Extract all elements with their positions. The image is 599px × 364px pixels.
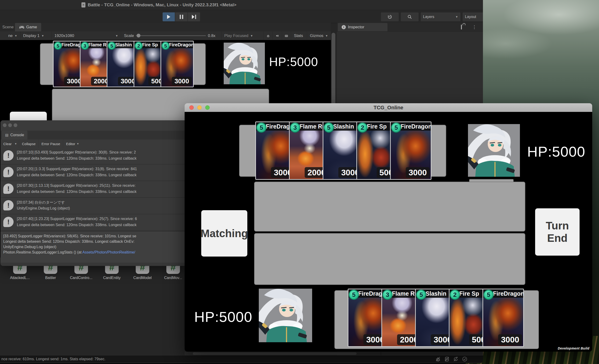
zoom-icon[interactable] [14,123,17,127]
tcg-title-bar[interactable]: TCG_Online [185,103,592,112]
card-firedragon[interactable]: FireDragon53000 [390,122,432,180]
card-cost-badge: 2 [357,122,368,133]
console-detail-pane[interactable]: [33.492] SupportLogger Rtt(variance): 58… [0,231,187,263]
detail-line: Photon.Realtime.SupportLogger:LogStats (… [3,249,184,255]
log-line-1: [20:07:20] [1:3.3] SupportLogger Rtt(var… [17,167,137,171]
status-message: nce receive: 610ms. Longest send: 1ms. S… [1,357,106,361]
clear-button[interactable]: Clear [0,140,13,148]
collapse-button[interactable]: Collapse [19,140,39,148]
opponent-avatar [468,124,520,177]
log-line-1: [20:07:30] [1:13.13] SupportLogger Rtt(v… [17,184,136,188]
unity-status-bar[interactable]: nce receive: 610ms. Longest send: 1ms. S… [0,355,483,363]
debugger-detached-button[interactable] [435,356,441,362]
console-title-bar[interactable] [0,120,187,131]
console-tab-label: Console [10,133,24,137]
search-icon [407,15,412,19]
turn-end-button[interactable]: Turn End [535,208,580,256]
tab-scene[interactable]: Scene [0,23,16,31]
play-button[interactable] [162,12,175,22]
console-log-list: ![20:07:10] [53.493] SupportLogger Rtt(v… [0,148,187,231]
resolution-dropdown[interactable]: 1920x1080▼ [52,31,121,40]
step-button[interactable] [188,12,200,22]
scrollbar-divider [381,352,381,355]
tab-game[interactable]: Game [15,23,41,31]
game-view-tab-bar: Scene Game [0,23,331,32]
kebab-icon: ⋮ [472,25,477,29]
vsync-grid-button[interactable] [282,31,291,40]
frame-debugger-button[interactable] [264,31,273,40]
tab-inspector[interactable]: i Inspector [338,23,388,31]
gizmos-dropdown[interactable]: Gizmos▼ [307,31,331,40]
card-cost-badge: 2 [450,290,460,300]
game-tab-label: Game [26,25,37,29]
card-cost-badge: 3 [290,122,300,133]
play-focused-dropdown[interactable]: Play Focused▼ [221,31,264,40]
status-bar-icons [435,356,467,362]
card-cost-badge: 5 [416,290,426,300]
tab-console[interactable]: ▤ Console [2,131,27,140]
mute-audio-button[interactable] [273,31,282,40]
console-log-entry[interactable]: ![20:07:40] [1:23.23] SupportLogger Rtt(… [0,214,187,230]
scrollbar-thumb[interactable] [193,352,357,355]
console-log-entry[interactable]: ![20:07:10] [53.493] SupportLogger Rtt(v… [0,148,187,164]
asset-name: CardEntity [97,276,127,280]
stack-trace-link[interactable]: Assets/Photon/PhotonRealtime/ [82,250,135,254]
display-label: Display 1 [23,34,40,38]
inspector-menu-button[interactable]: ⋮ [472,24,477,30]
warning-icon: ! [3,217,14,227]
asset-name: CardContro... [66,276,97,280]
log-line-2: Longest delta between Send: 120ms Dispat… [17,190,136,194]
layout-dropdown[interactable]: Layout▼ [462,12,483,22]
auto-refresh-disabled-button[interactable] [453,356,458,362]
card-cost-badge: 5 [324,122,334,133]
player-battle-zone[interactable] [254,233,525,285]
card-firedragon[interactable]: FireDragon53000 [160,41,194,87]
error-pause-button[interactable]: Error Pause [39,140,63,148]
console-log-entry[interactable]: ![20:07:20] [1:3.3] SupportLogger Rtt(va… [0,165,187,180]
console-log-entry[interactable]: ![20:07:30] [1:13.13] SupportLogger Rtt(… [0,181,187,197]
scale-slider[interactable] [136,35,206,36]
keyboard-grid-icon [285,34,288,38]
undo-history-button[interactable] [381,12,399,22]
console-doc-icon: ▤ [5,133,9,137]
cache-disabled-button[interactable] [444,356,450,362]
opponent-hp-label: HP:5000 [269,55,318,69]
log-line-1: [20:07:10] [53.493] SupportLogger Rtt(va… [17,150,136,154]
matching-button[interactable]: Matching [201,210,247,257]
tcg-window-title: TCG_Online [185,103,592,112]
minimize-icon[interactable] [8,123,12,127]
inspector-lock-button[interactable] [461,25,462,29]
scale-slider-knob[interactable] [137,34,141,37]
view-mode-dropdown[interactable]: ne▼ [0,31,20,40]
asset-name: Battler [35,276,66,280]
card-cost-badge: 5 [484,290,494,300]
turn-end-label: Turn End [542,220,573,244]
console-tab-bar: ▤ Console [0,131,187,140]
tasks-ok-indicator[interactable] [462,356,467,362]
card-cost-badge: 5 [108,42,116,50]
pause-button[interactable] [175,12,188,22]
opponent-battle-zone[interactable] [254,182,525,231]
history-icon [388,15,392,19]
display-dropdown[interactable]: Display 1▼ [20,31,52,40]
search-button[interactable] [401,12,419,22]
layers-label: Layers [423,15,434,19]
console-log-entry[interactable]: ![20:07:34] 自分のターンですUnityEngine.Debug:Lo… [0,198,187,214]
card-cost-badge: 5 [391,122,401,133]
chevron-down-icon: ▼ [77,142,79,145]
chevron-down-icon: ▼ [115,34,118,37]
play-focused-label: Play Focused [224,34,248,38]
layers-dropdown[interactable]: Layers▼ [421,12,461,22]
card-firedragon[interactable]: FireDragon53000 [483,289,524,347]
slash-icon [435,356,441,362]
unity-title-bar[interactable]: Battle - TCG_Online - Windows, Mac, Linu… [0,0,483,10]
slash-icon [453,356,458,362]
console-window: ▤ Console Clear ▼ Collapse Error Pause E… [0,120,187,266]
close-icon[interactable] [3,123,7,127]
warning-icon: ! [3,184,14,194]
gizmos-label: Gizmos [310,34,323,38]
stats-button[interactable]: Stats [291,31,307,40]
clear-dropdown[interactable]: ▼ [13,140,19,148]
project-horizontal-scrollbar[interactable] [185,352,483,355]
editor-dropdown[interactable]: Editor▼ [63,140,82,148]
